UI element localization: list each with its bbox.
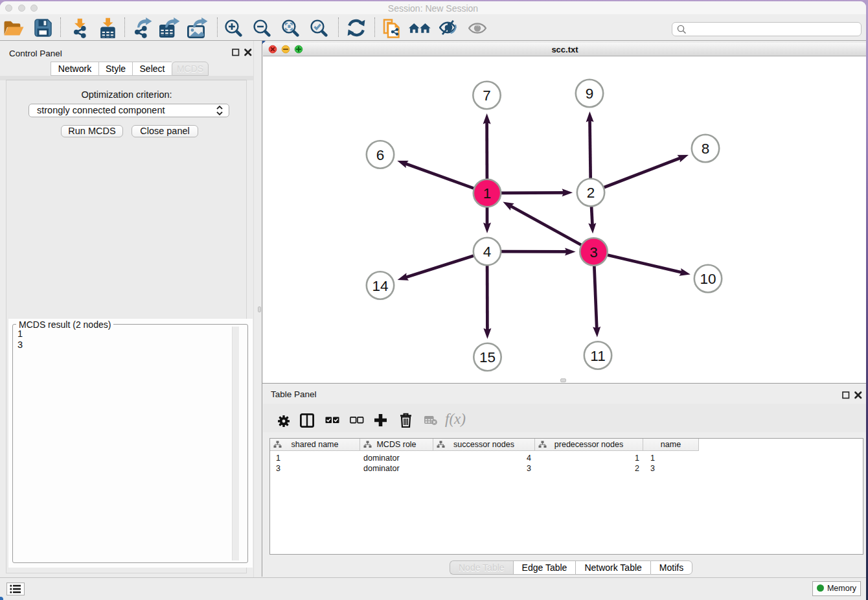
svg-text:2: 2	[587, 185, 595, 201]
svg-text:11: 11	[590, 348, 605, 364]
svg-text:10: 10	[700, 271, 716, 287]
svg-text:1: 1	[483, 185, 492, 202]
svg-text:8: 8	[702, 141, 710, 157]
svg-text:4: 4	[483, 244, 492, 260]
svg-text:7: 7	[483, 87, 491, 104]
svg-text:6: 6	[376, 147, 385, 163]
svg-text:14: 14	[372, 278, 388, 294]
svg-text:9: 9	[586, 86, 594, 102]
svg-text:15: 15	[479, 349, 496, 365]
svg-text:3: 3	[589, 244, 598, 260]
